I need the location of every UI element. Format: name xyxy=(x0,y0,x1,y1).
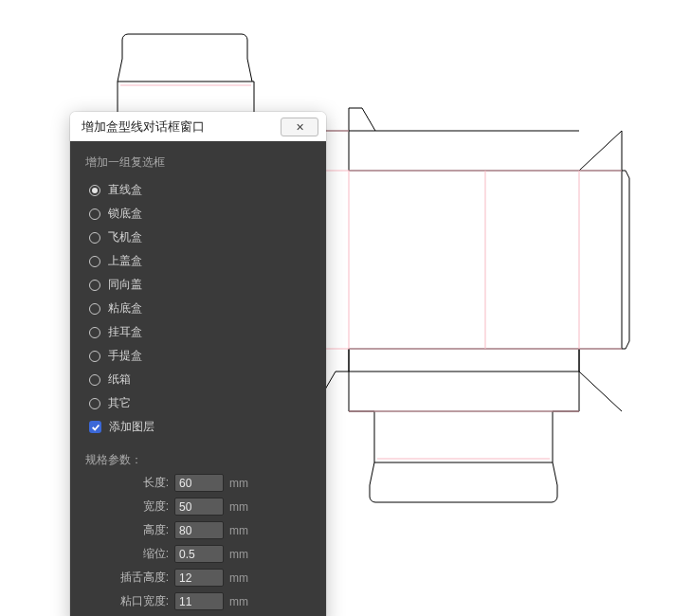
box-type-radio-group: 直线盒锁底盒飞机盒上盖盒同向盖粘底盒挂耳盒手提盒纸箱其它添加图层 xyxy=(85,176,311,444)
box-type-option[interactable]: 粘底盒 xyxy=(89,297,311,320)
param-unit: mm xyxy=(229,571,248,585)
box-type-option[interactable]: 上盖盒 xyxy=(89,249,311,273)
params-title: 规格参数： xyxy=(85,452,311,468)
checkbox-label: 添加图层 xyxy=(109,419,154,435)
param-input[interactable] xyxy=(174,592,224,610)
radio-icon xyxy=(89,208,100,220)
box-type-option[interactable]: 其它 xyxy=(89,391,311,415)
option-label: 粘底盒 xyxy=(108,300,142,317)
option-label: 飞机盒 xyxy=(108,229,142,245)
param-row: 缩位:mm xyxy=(85,545,311,563)
param-input[interactable] xyxy=(174,545,224,563)
add-layer-checkbox[interactable]: 添加图层 xyxy=(89,415,311,439)
box-type-option[interactable]: 锁底盒 xyxy=(89,202,311,226)
option-label: 手提盒 xyxy=(108,348,142,364)
close-icon: ✕ xyxy=(296,120,304,134)
radio-icon xyxy=(89,374,100,386)
param-unit: mm xyxy=(229,477,248,490)
radio-icon xyxy=(89,398,100,409)
param-label: 插舌高度: xyxy=(85,570,174,586)
option-label: 同向盖 xyxy=(108,277,142,293)
radio-icon xyxy=(89,303,100,315)
radio-icon xyxy=(89,351,100,362)
close-button[interactable]: ✕ xyxy=(281,118,318,136)
dialog-title: 增加盒型线对话框窗口 xyxy=(82,118,205,136)
param-unit: mm xyxy=(229,500,248,514)
param-row: 长度:mm xyxy=(85,474,311,492)
param-input[interactable] xyxy=(174,498,224,516)
box-type-option[interactable]: 挂耳盒 xyxy=(89,320,311,344)
option-label: 上盖盒 xyxy=(108,253,142,269)
param-label: 粘口宽度: xyxy=(85,593,174,609)
option-label: 锁底盒 xyxy=(108,206,142,222)
dialog-titlebar[interactable]: 增加盒型线对话框窗口 ✕ xyxy=(70,112,326,141)
box-type-option[interactable]: 同向盖 xyxy=(89,273,311,297)
radio-group-label: 增加一组复选框 xyxy=(85,154,311,171)
param-row: 宽度:mm xyxy=(85,498,311,516)
param-row: 高度:mm xyxy=(85,521,311,539)
dialog-body: 增加一组复选框 直线盒锁底盒飞机盒上盖盒同向盖粘底盒挂耳盒手提盒纸箱其它添加图层… xyxy=(70,141,326,616)
param-label: 长度: xyxy=(85,475,174,491)
box-type-option[interactable]: 飞机盒 xyxy=(89,226,311,249)
param-label: 高度: xyxy=(85,522,174,538)
box-type-option[interactable]: 手提盒 xyxy=(89,344,311,368)
radio-icon xyxy=(89,232,100,244)
params-section: 规格参数： 长度:mm宽度:mm高度:mm缩位:mm插舌高度:mm粘口宽度:mm xyxy=(85,452,311,610)
param-unit: mm xyxy=(229,595,248,608)
param-input[interactable] xyxy=(174,569,224,587)
option-label: 其它 xyxy=(108,395,131,411)
radio-icon xyxy=(89,256,100,267)
box-type-option[interactable]: 纸箱 xyxy=(89,368,311,391)
radio-icon xyxy=(89,280,100,291)
option-label: 直线盒 xyxy=(108,182,142,198)
box-type-dialog: 增加盒型线对话框窗口 ✕ 增加一组复选框 直线盒锁底盒飞机盒上盖盒同向盖粘底盒挂… xyxy=(70,112,326,616)
param-unit: mm xyxy=(229,524,248,537)
param-input[interactable] xyxy=(174,521,224,539)
box-type-option[interactable]: 直线盒 xyxy=(89,178,311,202)
param-unit: mm xyxy=(229,548,248,561)
radio-icon xyxy=(89,327,100,338)
param-label: 缩位: xyxy=(85,546,174,562)
param-input[interactable] xyxy=(174,474,224,492)
radio-icon xyxy=(89,185,100,196)
checkbox-icon xyxy=(89,421,101,433)
param-row: 粘口宽度:mm xyxy=(85,592,311,610)
option-label: 挂耳盒 xyxy=(108,324,142,340)
param-row: 插舌高度:mm xyxy=(85,569,311,587)
param-label: 宽度: xyxy=(85,498,174,515)
option-label: 纸箱 xyxy=(108,371,131,388)
